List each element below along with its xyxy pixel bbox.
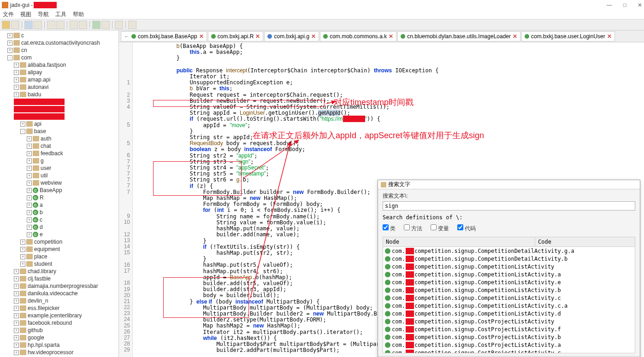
tree-item[interactable]: +ess.filepicker: [0, 304, 118, 312]
search-result-row[interactable]: com.competition.signup.CompetitionDetail…: [383, 247, 635, 255]
tree-item[interactable]: +github: [0, 327, 118, 334]
tb-btn[interactable]: [115, 21, 123, 29]
search-result-row[interactable]: com.competition.signup.CompetitionListAc…: [383, 263, 635, 270]
col-code: Code: [535, 237, 554, 246]
tb-btn[interactable]: [70, 21, 78, 29]
package-tree[interactable]: +c+cat.ereza.customactivityoncrash+cn-co…: [0, 30, 119, 357]
menu-help[interactable]: 帮助: [73, 11, 84, 18]
tree-item[interactable]: +danikula.videocache: [0, 290, 118, 297]
tree-item[interactable]: [0, 113, 118, 120]
tree-item[interactable]: +student: [0, 260, 118, 268]
tab-close-icon[interactable]: ✕: [255, 33, 260, 40]
window-close-button[interactable]: ✕: [638, 2, 642, 8]
search-result-row[interactable]: com.competition.signup.CompetitionListAc…: [383, 278, 635, 286]
tree-item[interactable]: +webview: [0, 179, 118, 187]
tree-item[interactable]: +alibaba.fastjson: [0, 61, 118, 69]
search-result-row[interactable]: com.competition.signup.CostProjectListAc…: [383, 317, 635, 325]
tree-item[interactable]: +Cb: [0, 209, 118, 216]
search-result-row[interactable]: com.competition.signup.CostProjectListAc…: [383, 325, 635, 333]
menu-view[interactable]: 视图: [20, 11, 31, 18]
opt-method[interactable]: 方法: [404, 224, 422, 233]
tree-item[interactable]: +feedback: [0, 150, 118, 157]
tree-item[interactable]: [0, 98, 118, 105]
tree-item[interactable]: +facebook.rebound: [0, 319, 118, 327]
search-result-row[interactable]: com.competition.signup.CompetitionListAc…: [383, 302, 635, 310]
col-node: Node: [383, 237, 535, 246]
tree-item[interactable]: +user: [0, 164, 118, 172]
menu-nav[interactable]: 导航: [38, 11, 49, 18]
tree-item[interactable]: +competition: [0, 238, 118, 246]
window-min-button[interactable]: —: [607, 2, 612, 8]
editor-tab[interactable]: com.bxkj.api.R✕: [208, 31, 264, 41]
tb-btn[interactable]: [79, 21, 87, 29]
menu-file[interactable]: 文件: [3, 11, 14, 18]
search-result-row[interactable]: com.competition.signup.CompetitionListAc…: [383, 270, 635, 278]
tab-close-icon[interactable]: ✕: [199, 33, 204, 40]
tree-item[interactable]: +c: [0, 32, 118, 39]
tb-open-icon[interactable]: [2, 21, 10, 29]
tree-item[interactable]: +autonavi: [0, 83, 118, 91]
tree-item[interactable]: -com: [0, 54, 118, 61]
search-result-row[interactable]: com.competition.signup.CostProjectListAc…: [383, 349, 635, 353]
tab-close-icon[interactable]: ✕: [389, 33, 393, 40]
tree-item[interactable]: +api: [0, 120, 118, 128]
tab-close-icon[interactable]: ✕: [311, 33, 316, 40]
tb-btn[interactable]: [34, 21, 42, 29]
tb-btn[interactable]: [47, 21, 55, 29]
window-max-button[interactable]: □: [623, 2, 626, 8]
tree-item[interactable]: +devlin_n: [0, 297, 118, 304]
search-dialog[interactable]: 搜索文字 搜索文本\: Search definitions of \: 类 方…: [378, 180, 640, 357]
editor-tab[interactable]: cn.bluemobi.dylan.base.utils.ImageLoader…: [397, 31, 520, 41]
search-result-row[interactable]: com.competition.signup.CompetitionListAc…: [383, 286, 635, 294]
tree-item[interactable]: +example.jcenterlibrary: [0, 312, 118, 319]
tb-btn[interactable]: [24, 21, 33, 29]
tb-btn[interactable]: [101, 21, 110, 29]
editor-tab[interactable]: com.bxkj.base.user.LoginUser✕: [521, 31, 615, 41]
tree-item[interactable]: +daimajia.numberprogressbar: [0, 282, 118, 290]
tree-item[interactable]: [0, 105, 118, 113]
tree-item[interactable]: +Ce: [0, 231, 118, 238]
search-result-row[interactable]: com.competition.signup.CompetitionListAc…: [383, 310, 635, 317]
tree-item[interactable]: +util: [0, 172, 118, 179]
editor-tab[interactable]: ←com.bxkj.base.BaseApp✕: [121, 31, 207, 41]
tree-item[interactable]: +chad.library: [0, 268, 118, 275]
menu-tools[interactable]: 工具: [55, 11, 66, 18]
tree-item[interactable]: +Ca: [0, 201, 118, 209]
tree-item[interactable]: +cat.ereza.customactivityoncrash: [0, 39, 118, 47]
search-result-row[interactable]: com.competition.signup.CostProjectListAc…: [383, 341, 635, 349]
opt-var[interactable]: 变量: [431, 224, 449, 233]
search-result-row[interactable]: com.competition.signup.CompetitionDetail…: [383, 255, 635, 263]
tree-item[interactable]: +hp.hpl.sparta: [0, 341, 118, 349]
tab-close-icon[interactable]: ✕: [513, 33, 517, 40]
editor-tab[interactable]: com.mob.commons.a.k✕: [320, 31, 396, 41]
tree-item[interactable]: -base: [0, 128, 118, 135]
tab-close-icon[interactable]: ✕: [607, 33, 612, 40]
opt-code[interactable]: 代码: [457, 224, 476, 233]
tb-btn[interactable]: [128, 21, 136, 29]
tree-item[interactable]: +place: [0, 253, 118, 260]
tb-btn[interactable]: [56, 21, 65, 29]
tree-item[interactable]: +g: [0, 157, 118, 164]
search-result-row[interactable]: com.competition.signup.CompetitionListAc…: [383, 294, 635, 302]
tree-item[interactable]: +auth: [0, 135, 118, 142]
tb-btn[interactable]: [11, 21, 19, 29]
editor-tab[interactable]: com.bxkj.api.g✕: [264, 31, 319, 41]
tree-item[interactable]: +CBaseApp: [0, 187, 118, 194]
search-result-row[interactable]: com.competition.signup.CostProjectListAc…: [383, 333, 635, 341]
tree-item[interactable]: +equipment: [0, 246, 118, 253]
tb-btn[interactable]: [92, 21, 100, 29]
tree-item[interactable]: +chat: [0, 142, 118, 150]
tree-item[interactable]: +Cc: [0, 216, 118, 223]
tree-item[interactable]: +google: [0, 334, 118, 341]
tree-item[interactable]: +clj.fastble: [0, 275, 118, 282]
tree-item[interactable]: +cn: [0, 47, 118, 54]
tree-item[interactable]: +baidu: [0, 91, 118, 98]
opt-class[interactable]: 类: [383, 224, 396, 233]
tree-item[interactable]: +alipay: [0, 69, 118, 76]
search-input[interactable]: [383, 201, 635, 211]
tree-item[interactable]: +hw.videoprocessor: [0, 349, 118, 356]
search-result-list[interactable]: com.competition.signup.CompetitionDetail…: [383, 247, 635, 353]
tree-item[interactable]: +amap.api: [0, 76, 118, 83]
tree-item[interactable]: +Cd: [0, 223, 118, 231]
tree-item[interactable]: +CR: [0, 194, 118, 201]
